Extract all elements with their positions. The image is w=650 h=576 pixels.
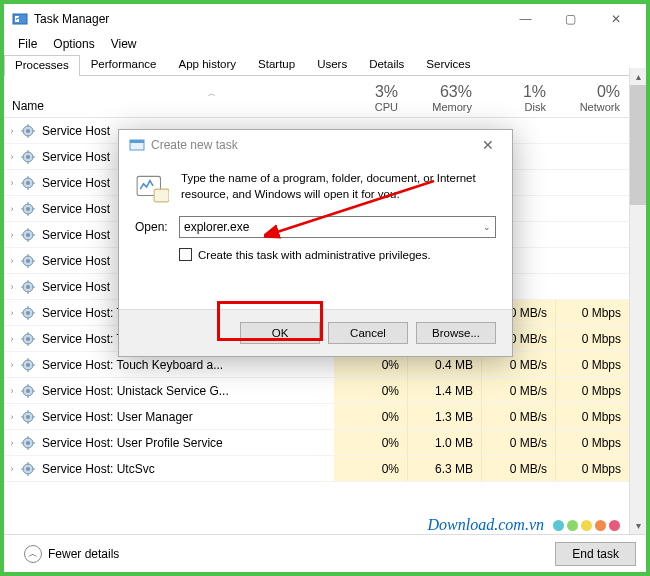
expand-arrow-icon[interactable]: › [6, 204, 18, 214]
column-memory[interactable]: 63% Memory [406, 83, 480, 117]
svg-point-69 [26, 415, 30, 419]
network-value: 0 Mbps [556, 326, 630, 351]
expand-arrow-icon[interactable]: › [6, 230, 18, 240]
service-icon [20, 357, 36, 373]
scroll-thumb[interactable] [630, 85, 646, 205]
cpu-value: 0% [334, 404, 408, 429]
process-name: Service Host: User Manager [42, 410, 334, 424]
dialog-title: Create new task [151, 138, 238, 152]
expand-arrow-icon[interactable]: › [6, 464, 18, 474]
process-name: Service Host: Touch Keyboard a... [42, 358, 334, 372]
disk-value: 0 MB/s [482, 404, 556, 429]
svg-point-9 [26, 155, 30, 159]
dialog-description: Type the name of a program, folder, docu… [181, 170, 496, 204]
network-value: 0 Mbps [556, 430, 630, 455]
menu-options[interactable]: Options [45, 35, 102, 53]
network-value: 0 Mbps [556, 404, 630, 429]
close-button[interactable]: ✕ [593, 5, 638, 33]
chevron-down-icon[interactable]: ⌄ [479, 222, 491, 232]
expand-arrow-icon[interactable]: › [6, 308, 18, 318]
service-icon [20, 435, 36, 451]
end-task-button[interactable]: End task [555, 542, 636, 566]
process-row[interactable]: ›Service Host: Unistack Service G...0%1.… [4, 378, 646, 404]
disk-value: 0 MB/s [482, 456, 556, 481]
service-icon [20, 149, 36, 165]
admin-checkbox-label: Create this task with administrative pri… [198, 249, 431, 261]
process-name: Service Host: Unistack Service G... [42, 384, 334, 398]
service-icon [20, 123, 36, 139]
menu-view[interactable]: View [103, 35, 145, 53]
expand-arrow-icon[interactable]: › [6, 282, 18, 292]
vertical-scrollbar[interactable]: ▴ ▾ [629, 68, 646, 534]
tab-app-history[interactable]: App history [168, 54, 248, 75]
menubar: File Options View [4, 34, 646, 54]
process-row[interactable]: ›Service Host: User Profile Service0%1.0… [4, 430, 646, 456]
memory-value: 6.3 MB [408, 456, 482, 481]
tab-processes[interactable]: Processes [4, 55, 80, 76]
expand-arrow-icon[interactable]: › [6, 412, 18, 422]
minimize-button[interactable]: — [503, 5, 548, 33]
expand-arrow-icon[interactable]: › [6, 152, 18, 162]
expand-arrow-icon[interactable]: › [6, 178, 18, 188]
cpu-value: 0% [334, 430, 408, 455]
service-icon [20, 175, 36, 191]
memory-value: 1.4 MB [408, 378, 482, 403]
column-name[interactable]: Name [12, 99, 332, 117]
scroll-down-icon[interactable]: ▾ [630, 517, 646, 534]
sort-arrow-icon[interactable]: ︿ [92, 88, 332, 99]
svg-point-39 [26, 285, 30, 289]
create-new-task-dialog: Create new task ✕ Type the name of a pro… [118, 129, 513, 357]
memory-value: 1.3 MB [408, 404, 482, 429]
svg-rect-87 [130, 140, 144, 143]
svg-point-3 [26, 129, 30, 133]
column-cpu[interactable]: 3% CPU [332, 83, 406, 117]
column-disk[interactable]: 1% Disk [480, 83, 554, 117]
network-value: 0 Mbps [556, 456, 630, 481]
service-icon [20, 305, 36, 321]
expand-arrow-icon[interactable]: › [6, 334, 18, 344]
column-network[interactable]: 0% Network [554, 83, 628, 117]
svg-point-33 [26, 259, 30, 263]
expand-arrow-icon[interactable]: › [6, 126, 18, 136]
tab-startup[interactable]: Startup [247, 54, 306, 75]
window-title: Task Manager [34, 12, 109, 26]
run-dialog-icon [129, 137, 145, 153]
cancel-button[interactable]: Cancel [328, 322, 408, 344]
service-icon [20, 201, 36, 217]
network-value: 0 Mbps [556, 300, 630, 325]
ok-button[interactable]: OK [240, 322, 320, 344]
open-combobox[interactable]: ⌄ [179, 216, 496, 238]
open-label: Open: [135, 220, 179, 234]
process-row[interactable]: ›Service Host: UtcSvc0%6.3 MB0 MB/s0 Mbp… [4, 456, 646, 482]
tab-users[interactable]: Users [306, 54, 358, 75]
expand-arrow-icon[interactable]: › [6, 386, 18, 396]
browse-button[interactable]: Browse... [416, 322, 496, 344]
expand-arrow-icon[interactable]: › [6, 360, 18, 370]
dialog-close-button[interactable]: ✕ [474, 137, 502, 153]
scroll-up-icon[interactable]: ▴ [630, 68, 646, 85]
tab-performance[interactable]: Performance [80, 54, 168, 75]
svg-rect-89 [154, 189, 169, 202]
service-icon [20, 409, 36, 425]
svg-point-21 [26, 207, 30, 211]
maximize-button[interactable]: ▢ [548, 5, 593, 33]
menu-file[interactable]: File [10, 35, 45, 53]
network-value: 0 Mbps [556, 378, 630, 403]
tab-details[interactable]: Details [358, 54, 415, 75]
tab-services[interactable]: Services [415, 54, 481, 75]
expand-arrow-icon[interactable]: › [6, 256, 18, 266]
network-value: 0 Mbps [556, 352, 630, 377]
dialog-button-row: OK Cancel Browse... [119, 309, 512, 356]
service-icon [20, 331, 36, 347]
expand-arrow-icon[interactable]: › [6, 438, 18, 448]
service-icon [20, 461, 36, 477]
tabs: Processes Performance App history Startu… [4, 54, 646, 76]
fewer-details-button[interactable]: ︿ Fewer details [14, 541, 129, 567]
svg-point-63 [26, 389, 30, 393]
svg-point-75 [26, 441, 30, 445]
process-name: Service Host: User Profile Service [42, 436, 334, 450]
process-row[interactable]: ›Service Host: User Manager0%1.3 MB0 MB/… [4, 404, 646, 430]
svg-point-27 [26, 233, 30, 237]
open-input[interactable] [184, 220, 479, 234]
admin-checkbox[interactable] [179, 248, 192, 261]
